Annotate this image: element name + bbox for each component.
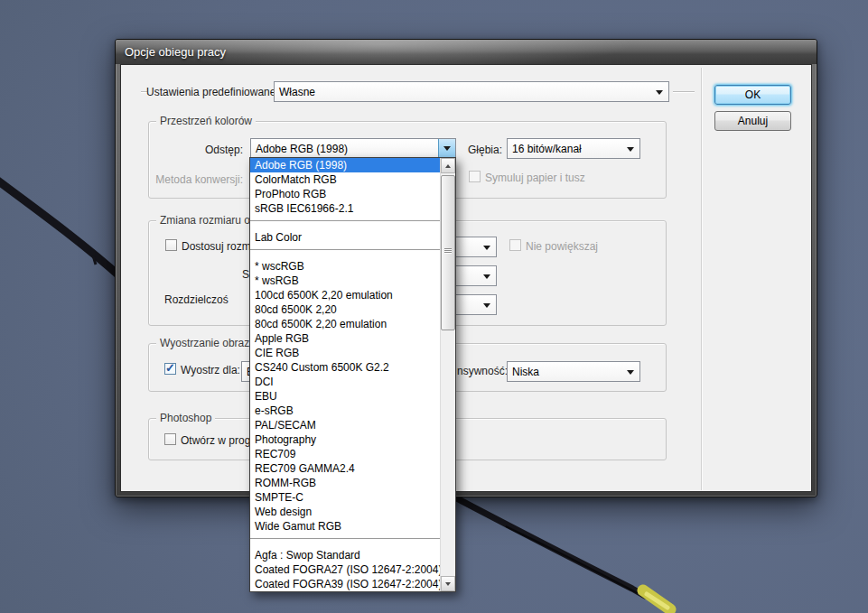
scrollbar-thumb[interactable] [441,175,455,330]
dropdown-item[interactable]: * wscRGB [250,259,440,274]
space-label: Odstęp: [152,144,243,156]
chevron-down-icon [627,370,634,375]
dropdown-item[interactable]: Photography [250,432,440,447]
dropdown-item[interactable]: Coated FOGRA27 (ISO 12647-2:2004) [250,562,440,577]
button-column-divider [701,68,702,490]
fit-size-checkbox[interactable] [165,239,177,251]
dropdown-item[interactable]: e-sRGB [250,404,440,418]
scroll-down-icon [445,582,451,586]
dropdown-open-button[interactable] [438,139,455,158]
cable-left [0,177,123,279]
dropdown-separator [250,245,440,259]
open-in-program-checkbox[interactable] [164,433,176,445]
presets-combobox[interactable]: Własne [274,81,669,102]
chevron-down-icon [483,303,490,308]
dropdown-item[interactable]: REC709 GAMMA2.4 [250,461,440,476]
dropdown-item[interactable]: EBU [250,389,440,404]
dropdown-item[interactable]: Apple RGB [250,331,440,346]
dropdown-item[interactable]: ColorMatch RGB [250,172,440,187]
chevron-down-icon [656,90,663,95]
open-in-program-label: Otwórz w progra [181,434,260,447]
dropdown-item[interactable]: 80cd 6500K 2,20 [250,302,440,317]
scroll-down-button[interactable] [441,576,455,591]
dropdown-item[interactable]: 80cd 6500K 2,20 emulation [250,317,440,331]
sharpen-for-checkbox[interactable]: ✓ [164,363,176,375]
depth-combobox[interactable]: 16 bitów/kanał [507,138,640,159]
depth-label: Głębia: [468,144,502,156]
simulate-paper-label: Symuluj papier i tusz [485,172,585,184]
titlebar[interactable]: Opcje obiegu pracy [116,40,817,64]
window-title: Opcje obiegu pracy [125,45,226,59]
dropdown-item[interactable]: Web design [250,505,440,519]
chevron-down-icon [627,147,634,152]
dropdown-item[interactable]: * wsRGB [250,274,440,288]
dropdown-separator [250,534,440,548]
resolution-label-fragment: Rozdzielczoś [164,293,229,306]
space-combobox-open[interactable]: Adobe RGB (1998) [250,138,456,159]
scroll-up-button[interactable] [441,158,455,173]
sharpen-for-label: Wyostrz dla: [181,364,240,376]
no-enlarge-label: Nie powiększaj [526,240,598,253]
color-space-group-title: Przestrzeń kolorów [156,116,256,127]
dropdown-items: Adobe RGB (1998)ColorMatch RGBProPhoto R… [250,158,440,591]
dropdown-item[interactable]: DCI [250,375,440,389]
cable-right-strand [506,526,638,593]
dropdown-item[interactable]: PAL/SECAM [250,418,440,432]
chevron-down-icon [483,274,490,279]
dropdown-item[interactable]: CIE RGB [250,346,440,360]
conversion-method-label: Metoda konwersji: [135,173,243,186]
simulate-paper-checkbox[interactable] [469,171,481,182]
checkmark-icon: ✓ [165,361,175,375]
no-enlarge-checkbox[interactable] [509,239,521,251]
presets-value: Własne [279,86,315,98]
preset-group-line-right [673,91,695,92]
chevron-down-icon [443,146,451,151]
photoshop-group-title: Photoshop [156,413,215,424]
intensity-combobox[interactable]: Niska [507,361,640,382]
dropdown-item[interactable]: ROMM-RGB [250,476,440,490]
desktop: { "window": { "title": "Opcje obiegu pra… [0,0,868,613]
presets-label: Ustawienia predefiniowane: [146,86,279,98]
dropdown-scrollbar[interactable] [440,158,455,591]
dropdown-item[interactable]: 100cd 6500K 2,20 emulation [250,288,440,302]
scroll-up-icon [445,164,451,168]
dropdown-item[interactable]: ProPhoto RGB [250,187,440,201]
dropdown-item[interactable]: Agfa : Swop Standard [250,548,440,562]
intensity-label-fragment: nsywność: [457,365,508,377]
dropdown-separator [250,216,440,230]
dropdown-item[interactable]: Adobe RGB (1998) [250,158,440,172]
dropdown-item[interactable]: SMPTE-C [250,490,440,505]
space-value: Adobe RGB (1998) [256,143,348,155]
dropdown-item[interactable]: REC709 [250,447,440,461]
intensity-value: Niska [512,366,539,378]
width-label-fragment: S [242,268,249,281]
sharpen-group-title: Wyostrzanie obrazu [156,338,259,349]
depth-value: 16 bitów/kanał [512,143,582,155]
color-space-dropdown-list: Adobe RGB (1998)ColorMatch RGBProPhoto R… [249,157,456,592]
dropdown-item[interactable]: Lab Color [250,230,440,245]
dropdown-item[interactable]: sRGB IEC61966-2.1 [250,201,440,216]
dropdown-item[interactable]: CS240 Custom 6500K G2.2 [250,360,440,375]
dialog-window: Opcje obiegu pracy Ustawienia predefinio… [115,39,817,497]
ok-button[interactable]: OK [714,85,791,105]
thumb-grip-icon [444,248,452,254]
dropdown-item[interactable]: Coated FOGRA39 (ISO 12647-2:2004) [250,577,440,591]
cancel-button[interactable]: Anuluj [714,111,791,131]
chevron-down-icon [483,246,490,250]
dropdown-item[interactable]: Wide Gamut RGB [250,519,440,534]
